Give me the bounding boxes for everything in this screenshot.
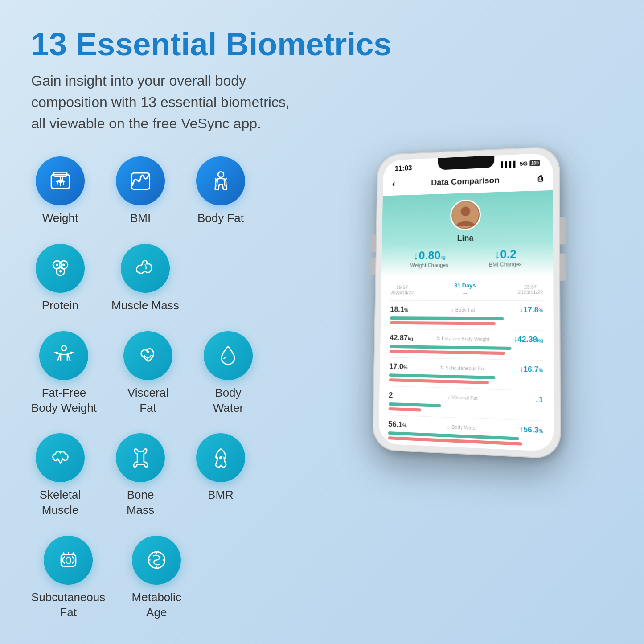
phone-mockup: 11:03 ▌▌▌▌ 5G 100 ‹ Data Comparison ⎙ (372, 146, 561, 459)
fatfree-label: Fat-FreeBody Weight (31, 386, 97, 416)
arrow-right-icon: → (462, 290, 468, 297)
svg-point-22 (66, 558, 71, 564)
phone-notch (438, 156, 494, 170)
protein-label: Protein (42, 298, 78, 313)
side-button-3 (370, 235, 376, 252)
bodyfat-svg-icon (209, 169, 233, 193)
bmr-svg-icon (209, 446, 233, 470)
svg-point-10 (225, 178, 227, 180)
svg-point-14 (56, 264, 58, 267)
biometric-subcutaneous: SubcutaneousFat (31, 536, 105, 620)
visceralfat-svg-icon (135, 343, 160, 368)
bmr-icon-circle (196, 433, 245, 482)
data-row-fatfree: 42.87kg ⇅ Fat-Free Body Weight ↓42.38kg (389, 329, 543, 360)
bonemass-label: BoneMass (127, 488, 154, 518)
bodywater-label: BodyWater (213, 386, 243, 416)
weight-change-label: Weight Changes (410, 262, 448, 269)
fatfree-svg-icon (52, 343, 76, 368)
status-time: 11:03 (394, 164, 412, 173)
svg-point-20 (219, 456, 222, 459)
page-container: 13 Essential Biometrics Gain insight int… (0, 0, 644, 644)
bmi-change-metric: ↓0.2 BMI Changes (489, 247, 522, 268)
biometric-row-2: Protein Muscle Mass (31, 244, 290, 313)
date-row: 19:57 2023/10/22 31 Days → 23:37 2023/11… (390, 276, 543, 300)
content-area: Weight BMI (31, 156, 613, 620)
biometric-bmr: BMR (192, 433, 250, 503)
weight-label: Weight (42, 211, 78, 226)
biometric-row-4: SkeletalMuscle BoneMass (31, 433, 290, 518)
bmi-icon-circle (116, 156, 165, 205)
profile-name: Lina (391, 232, 543, 244)
weight-change-metric: ↓0.80kg Weight Changes (410, 249, 448, 269)
biometric-row-3: Fat-FreeBody Weight VisceralFat (31, 331, 290, 416)
data-section: 19:57 2023/10/22 31 Days → 23:37 2023/11… (378, 276, 554, 452)
bmi-svg-icon (128, 169, 153, 193)
bonemass-icon-circle (116, 433, 165, 482)
biometric-fatfree: Fat-FreeBody Weight (31, 331, 97, 416)
header-section: 13 Essential Biometrics Gain insight int… (31, 27, 613, 134)
bmi-change-value: ↓0.2 (489, 247, 522, 262)
svg-point-16 (59, 271, 62, 273)
subcutaneous-svg-icon (56, 548, 81, 572)
svg-line-8 (224, 180, 225, 186)
skeletal-svg-icon (48, 446, 73, 470)
visceralfat-icon-circle (123, 331, 172, 380)
battery-level: 100 (529, 160, 540, 166)
phone-container: 11:03 ▌▌▌▌ 5G 100 ‹ Data Comparison ⎙ (316, 148, 613, 452)
weight-svg-icon (48, 169, 73, 193)
skeletal-icon-circle (36, 433, 85, 482)
data-row-bodywater: 56.1% ⬦ Body Water ↑56.3% (388, 415, 543, 451)
date-left: 19:57 2023/10/22 (390, 284, 414, 295)
svg-point-9 (214, 178, 216, 180)
side-button-2 (560, 254, 566, 281)
avatar-image (452, 201, 478, 228)
musclemass-svg-icon (133, 256, 157, 280)
svg-rect-21 (61, 554, 76, 567)
biometric-musclemass: Muscle Mass (111, 244, 179, 313)
metrics-row: ↓0.80kg Weight Changes ↓0.2 BMI Changes (390, 247, 543, 269)
biometric-bodyfat: Body Fat (192, 156, 250, 226)
biometric-bmi: BMI (111, 156, 169, 226)
date-right: 23:37 2023/11/22 (517, 284, 543, 295)
musclemass-label: Muscle Mass (111, 298, 179, 313)
weight-icon-circle (36, 156, 85, 205)
bmi-change-label: BMI Changes (489, 261, 522, 268)
bodyfat-icon-circle (196, 156, 245, 205)
skeletal-label: SkeletalMuscle (40, 488, 81, 518)
back-icon[interactable]: ‹ (392, 179, 395, 190)
side-button-4 (370, 258, 375, 276)
data-row-subcutaneous: 17.0% ⇅ Subcutaneous Fat ↓16.7% (389, 357, 543, 390)
biometric-bonemass: BoneMass (111, 433, 169, 518)
svg-point-15 (62, 264, 65, 267)
app-header-title: Data Comparison (431, 176, 500, 188)
phone-inner: 11:03 ▌▌▌▌ 5G 100 ‹ Data Comparison ⎙ (378, 153, 554, 451)
fatfree-icon-circle (39, 331, 88, 380)
biometric-row-1: Weight BMI (31, 156, 290, 226)
days-badge: 31 Days (454, 282, 476, 289)
svg-point-17 (62, 346, 66, 351)
bonemass-svg-icon (128, 446, 153, 470)
metabolic-svg-icon (144, 548, 169, 572)
biometric-protein: Protein (31, 244, 89, 313)
biometric-bodywater: BodyWater (199, 331, 257, 416)
svg-point-6 (218, 172, 224, 177)
network-type: 5G (520, 160, 528, 167)
signal-icon: ▌▌▌▌ (501, 160, 517, 168)
protein-svg-icon (48, 256, 73, 280)
biometrics-grid: Weight BMI (31, 156, 290, 620)
weight-change-value: ↓0.80kg (410, 249, 448, 263)
bmi-label: BMI (130, 211, 151, 226)
biometric-row-5: SubcutaneousFat MetabolicAge (31, 536, 290, 620)
bodyfat-label: Body Fat (197, 211, 244, 226)
subcutaneous-icon-circle (44, 536, 93, 585)
share-icon[interactable]: ⎙ (537, 174, 542, 183)
date-middle: 31 Days → (454, 282, 476, 297)
page-title: 13 Essential Biometrics (31, 27, 613, 62)
bmr-label: BMR (208, 488, 234, 503)
visceralfat-label: VisceralFat (127, 386, 168, 416)
avatar (450, 199, 480, 230)
biometric-weight: Weight (31, 156, 89, 226)
biometric-skeletal: SkeletalMuscle (31, 433, 89, 518)
musclemass-icon-circle (121, 244, 170, 293)
data-row-bodyfat: 18.1% ⬦ Body Fat ↓17.8% (390, 300, 543, 330)
